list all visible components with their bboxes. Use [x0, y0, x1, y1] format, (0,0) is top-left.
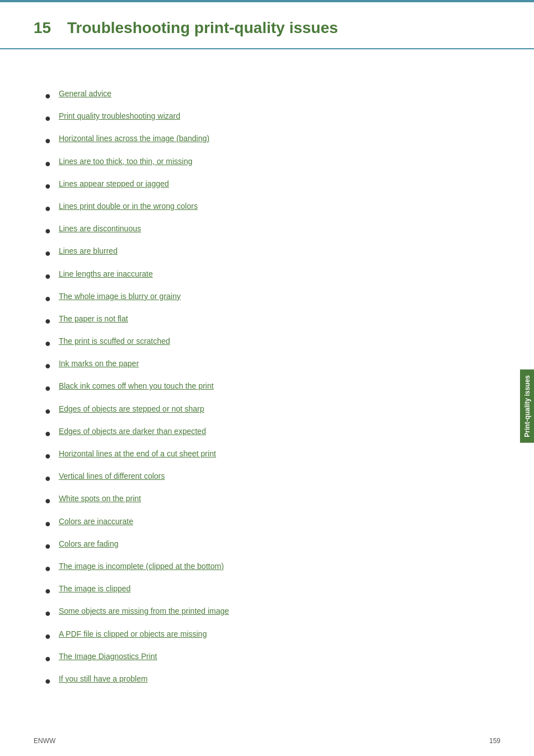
list-item: ●Lines appear stepped or jagged	[45, 179, 500, 193]
sidebar-label: Print-quality issues	[520, 370, 534, 443]
list-item: ●Colors are fading	[45, 539, 500, 553]
bullet-icon: ●	[45, 629, 51, 643]
bullet-icon: ●	[45, 584, 51, 598]
toc-link[interactable]: The image is clipped	[59, 584, 130, 595]
bullet-icon: ●	[45, 269, 51, 283]
list-item: ●Ink marks on the paper	[45, 358, 500, 373]
toc-link[interactable]: Edges of objects are darker than expecte…	[59, 426, 206, 437]
list-item: ●General advice	[45, 88, 500, 103]
toc-link[interactable]: The Image Diagnostics Print	[59, 651, 157, 662]
chapter-title: 15 Troubleshooting print-quality issues	[34, 19, 500, 37]
toc-list: ●General advice●Print quality troublesho…	[45, 88, 500, 688]
header-section: 15 Troubleshooting print-quality issues	[0, 2, 534, 49]
list-item: ●The print is scuffed or scratched	[45, 336, 500, 351]
list-item: ●Horizontal lines at the end of a cut sh…	[45, 449, 500, 463]
list-item: ●The image is clipped	[45, 584, 500, 598]
bullet-icon: ●	[45, 202, 51, 216]
list-item: ●Black ink comes off when you touch the …	[45, 381, 500, 395]
toc-link[interactable]: Line lengths are inaccurate	[59, 269, 153, 280]
bullet-icon: ●	[45, 134, 51, 148]
sidebar-wrapper: Print-quality issues	[521, 168, 534, 644]
bullet-icon: ●	[45, 359, 51, 373]
bullet-icon: ●	[45, 539, 51, 553]
toc-link[interactable]: If you still have a problem	[59, 674, 148, 685]
bullet-icon: ●	[45, 472, 51, 486]
content-area: ●General advice●Print quality troublesho…	[0, 60, 534, 730]
bullet-icon: ●	[45, 179, 51, 193]
toc-link[interactable]: A PDF file is clipped or objects are mis…	[59, 629, 207, 640]
bullet-icon: ●	[45, 449, 51, 463]
toc-link[interactable]: Print quality troubleshooting wizard	[59, 111, 180, 122]
toc-link[interactable]: Lines are discontinuous	[59, 223, 141, 235]
list-item: ●The whole image is blurry or grainy	[45, 291, 500, 306]
toc-link[interactable]: Horizontal lines across the image (bandi…	[59, 133, 209, 144]
toc-link[interactable]: White spots on the print	[59, 493, 141, 505]
list-item: ●Some objects are missing from the print…	[45, 606, 500, 620]
toc-link[interactable]: The print is scuffed or scratched	[59, 336, 170, 347]
bullet-icon: ●	[45, 562, 51, 576]
list-item: ●The image is incomplete (clipped at the…	[45, 561, 500, 576]
bullet-icon: ●	[45, 494, 51, 508]
toc-link[interactable]: Lines are too thick, too thin, or missin…	[59, 156, 193, 167]
list-item: ●Lines are discontinuous	[45, 223, 500, 238]
list-item: ●A PDF file is clipped or objects are mi…	[45, 629, 500, 643]
bullet-icon: ●	[45, 652, 51, 666]
list-item: ●Horizontal lines across the image (band…	[45, 133, 500, 148]
footer-right: 159	[489, 737, 500, 745]
toc-link[interactable]: Vertical lines of different colors	[59, 471, 165, 482]
toc-link[interactable]: The whole image is blurry or grainy	[59, 291, 181, 302]
toc-link[interactable]: Lines appear stepped or jagged	[59, 179, 169, 190]
toc-link[interactable]: The image is incomplete (clipped at the …	[59, 561, 224, 572]
bullet-icon: ●	[45, 517, 51, 531]
list-item: ●Edges of objects are stepped or not sha…	[45, 404, 500, 418]
bullet-icon: ●	[45, 111, 51, 125]
bullet-icon: ●	[45, 224, 51, 238]
list-item: ●Lines are too thick, too thin, or missi…	[45, 156, 500, 171]
list-item: ●Print quality troubleshooting wizard	[45, 111, 500, 125]
toc-link[interactable]: Ink marks on the paper	[59, 358, 139, 370]
bullet-icon: ●	[45, 314, 51, 328]
list-item: ●White spots on the print	[45, 493, 500, 508]
toc-link[interactable]: Horizontal lines at the end of a cut she…	[59, 449, 216, 460]
chapter-number: 15	[34, 19, 56, 37]
bullet-icon: ●	[45, 427, 51, 441]
list-item: ●Line lengths are inaccurate	[45, 269, 500, 283]
toc-link[interactable]: Lines print double or in the wrong color…	[59, 201, 198, 212]
bullet-icon: ●	[45, 674, 51, 688]
footer-left: ENWW	[34, 737, 55, 745]
page-container: 15 Troubleshooting print-quality issues …	[0, 0, 534, 756]
toc-link[interactable]: General advice	[59, 88, 111, 100]
footer: ENWW 159	[34, 737, 500, 745]
bullet-icon: ●	[45, 89, 51, 103]
list-item: ●Colors are inaccurate	[45, 516, 500, 531]
bullet-icon: ●	[45, 337, 51, 351]
toc-link[interactable]: Lines are blurred	[59, 246, 118, 257]
list-item: ●The Image Diagnostics Print	[45, 651, 500, 666]
bullet-icon: ●	[45, 404, 51, 418]
toc-link[interactable]: Edges of objects are stepped or not shar…	[59, 404, 204, 415]
bullet-icon: ●	[45, 292, 51, 306]
toc-link[interactable]: Colors are inaccurate	[59, 516, 133, 528]
list-item: ●Edges of objects are darker than expect…	[45, 426, 500, 441]
bullet-icon: ●	[45, 606, 51, 620]
list-item: ●Vertical lines of different colors	[45, 471, 500, 486]
toc-link[interactable]: Black ink comes off when you touch the p…	[59, 381, 214, 392]
bullet-icon: ●	[45, 246, 51, 260]
bullet-icon: ●	[45, 157, 51, 171]
bullet-icon: ●	[45, 381, 51, 395]
list-item: ●Lines print double or in the wrong colo…	[45, 201, 500, 216]
toc-link[interactable]: Some objects are missing from the printe…	[59, 606, 229, 617]
list-item: ●Lines are blurred	[45, 246, 500, 260]
toc-link[interactable]: The paper is not flat	[59, 314, 128, 325]
list-item: ●If you still have a problem	[45, 674, 500, 688]
chapter-text: Troubleshooting print-quality issues	[67, 19, 338, 37]
toc-link[interactable]: Colors are fading	[59, 539, 119, 550]
list-item: ●The paper is not flat	[45, 314, 500, 328]
